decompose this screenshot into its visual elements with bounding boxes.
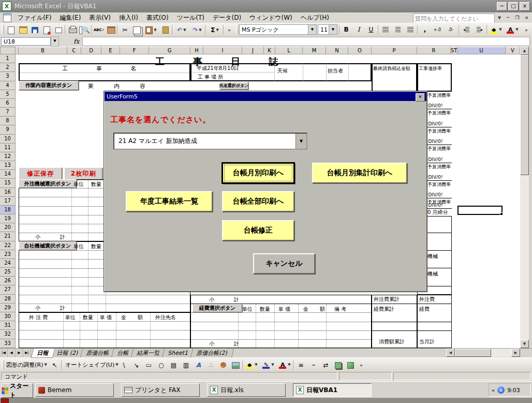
comma-style-icon[interactable]: , — [419, 24, 431, 35]
row-header[interactable]: 11 — [0, 143, 16, 152]
row-header[interactable]: 17 — [0, 197, 16, 206]
column-header[interactable]: J — [242, 47, 264, 54]
formula-input[interactable] — [82, 37, 530, 46]
row-header[interactable]: 7 — [0, 108, 16, 117]
close-button[interactable]: × — [520, 2, 530, 11]
menu-item[interactable]: ウィンドウ(W) — [245, 12, 297, 23]
decrease-indent-icon[interactable]: ◂ — [461, 24, 472, 35]
row-header[interactable]: 32 — [0, 330, 16, 339]
sheet-tab[interactable]: 日報 — [31, 349, 55, 358]
increase-indent-icon[interactable]: ▸ — [474, 24, 485, 35]
column-header[interactable]: B — [19, 47, 67, 54]
row-header[interactable]: 30 — [0, 312, 16, 321]
name-box[interactable]: U18 — [1, 37, 51, 46]
row-header[interactable]: 6 — [0, 99, 16, 108]
menu-item[interactable]: 書式(O) — [142, 12, 173, 23]
align-right-icon[interactable] — [405, 24, 416, 35]
ledger-edit-button[interactable]: 台帳修正 — [222, 220, 294, 241]
line-style-icon[interactable]: ≡ — [295, 359, 307, 371]
draw-adjust-menu[interactable]: 図形の調整(R)▼ — [4, 360, 49, 369]
row-header[interactable]: 28 — [0, 295, 16, 304]
row-header[interactable]: 10 — [0, 135, 16, 143]
redo-icon[interactable]: ↷▼ — [189, 24, 205, 36]
save-edit-button[interactable]: 修正保存 — [19, 167, 62, 180]
oval-icon[interactable]: ○ — [155, 359, 167, 371]
column-header[interactable]: V — [506, 47, 520, 54]
row-header[interactable]: 1 — [0, 54, 16, 63]
dialog-title-bar[interactable]: UserForm5 ✕ — [105, 92, 426, 101]
arrow-icon[interactable]: ↘ — [130, 359, 142, 371]
line-icon[interactable]: \ — [118, 359, 130, 371]
row-header[interactable]: 15 — [0, 179, 16, 188]
tab-next-icon[interactable]: ▶ — [16, 349, 23, 358]
row-header[interactable]: 16 — [0, 188, 16, 197]
column-header[interactable]: ST — [451, 47, 457, 54]
row-header[interactable]: 22 — [0, 241, 16, 250]
wordart-icon[interactable]: A — [193, 359, 204, 371]
print-preview-icon[interactable]: 🔍 — [79, 24, 91, 36]
vertical-scrollbar[interactable]: ▲ ▼ — [520, 47, 529, 348]
decrease-decimal-icon[interactable]: .0- — [445, 24, 456, 35]
minimize-button[interactable]: ─ — [497, 2, 507, 11]
clipart-icon[interactable]: ☻ — [217, 359, 229, 371]
question-dropdown-icon[interactable]: ▼ — [496, 13, 503, 23]
sheet-tab[interactable]: 日報 (2) — [51, 349, 85, 358]
print-all-button[interactable]: 台帳全部印刷へ — [222, 191, 294, 212]
name-select-button[interactable]: 氏名選択ボタン — [219, 82, 248, 90]
column-header[interactable]: L — [275, 47, 303, 54]
tab-first-icon[interactable]: |◀ — [0, 349, 8, 358]
workbook-minimize-button[interactable]: ─ — [504, 14, 512, 22]
column-header[interactable]: K — [264, 47, 275, 54]
scroll-left-icon[interactable]: ◀ — [446, 349, 455, 357]
row-header[interactable]: 31 — [0, 321, 16, 330]
mail-icon[interactable] — [53, 24, 65, 36]
workbook-restore-button[interactable]: ❐ — [513, 14, 522, 22]
row-header[interactable]: 3 — [0, 72, 16, 81]
jisha-kikai-select-button[interactable]: 自社機械選択ボタン — [19, 241, 77, 250]
name-box-dropdown-icon[interactable]: ▼ — [51, 36, 59, 47]
vertical-scroll-thumb[interactable] — [520, 55, 529, 175]
font-size-combo[interactable]: 11▼ — [318, 24, 337, 35]
row-header[interactable]: 23 — [0, 250, 16, 259]
print-two-button[interactable]: 2枚印刷 — [64, 167, 102, 180]
column-header[interactable]: P — [372, 47, 417, 54]
tray-chevron-icon[interactable]: « — [492, 387, 495, 393]
select-all-corner[interactable] — [0, 47, 16, 54]
font-name-combo[interactable]: MS Pゴシック▼ — [239, 24, 317, 35]
work-select-button[interactable]: 作業内容選択ボタン — [19, 81, 79, 90]
yearly-results-button[interactable]: 年度工事結果一覧 — [126, 191, 213, 212]
paste-icon[interactable]: ▼ — [143, 24, 159, 36]
row-header[interactable]: 9 — [0, 125, 16, 134]
row-header[interactable]: 26 — [0, 277, 16, 285]
row-header[interactable]: 27 — [0, 285, 16, 294]
row-header[interactable]: 20 — [0, 223, 16, 232]
column-header[interactable]: R — [417, 47, 451, 54]
research-icon[interactable] — [105, 24, 117, 36]
draw-line-color-icon[interactable]: ✎▼ — [261, 359, 275, 370]
monthly-sum-print-button[interactable]: 台帳月別集計印刷へ — [312, 163, 407, 183]
row-header[interactable]: 13 — [0, 161, 16, 170]
horizontal-scrollbar[interactable]: ◀ ▶ — [446, 349, 520, 357]
italic-icon[interactable]: I — [353, 24, 364, 35]
workbook-close-button[interactable]: × — [522, 14, 531, 22]
textbox-icon[interactable]: ▤ — [168, 359, 180, 371]
question-input[interactable]: 質問を入力してください — [413, 13, 495, 24]
toolbar-options-icon[interactable]: » — [225, 24, 234, 36]
save-icon[interactable] — [29, 24, 41, 36]
row-header[interactable]: 25 — [0, 268, 16, 277]
scroll-down-icon[interactable]: ▼ — [520, 340, 529, 348]
column-header[interactable]: I — [203, 47, 242, 54]
copy-icon[interactable] — [131, 24, 143, 36]
sheet-tab[interactable]: 原価台帳(2) — [190, 349, 234, 358]
column-header[interactable]: F — [120, 47, 149, 54]
undo-icon[interactable]: ↶▼ — [174, 24, 189, 36]
tray-app-icon[interactable]: a — [497, 386, 505, 394]
menu-item[interactable]: ヘルプ(H) — [297, 12, 333, 23]
taskbar-task-nippo-xls[interactable]: X 日報.xls — [207, 383, 286, 397]
underline-icon[interactable]: U — [365, 24, 377, 35]
draw-fill-color-icon[interactable]: ◆▼ — [244, 359, 259, 370]
draw-font-color-icon[interactable]: A▼ — [277, 359, 292, 370]
column-header[interactable]: D — [81, 47, 101, 54]
menu-item[interactable]: ファイル(F) — [13, 12, 55, 23]
menu-item[interactable]: 表示(V) — [85, 12, 115, 23]
